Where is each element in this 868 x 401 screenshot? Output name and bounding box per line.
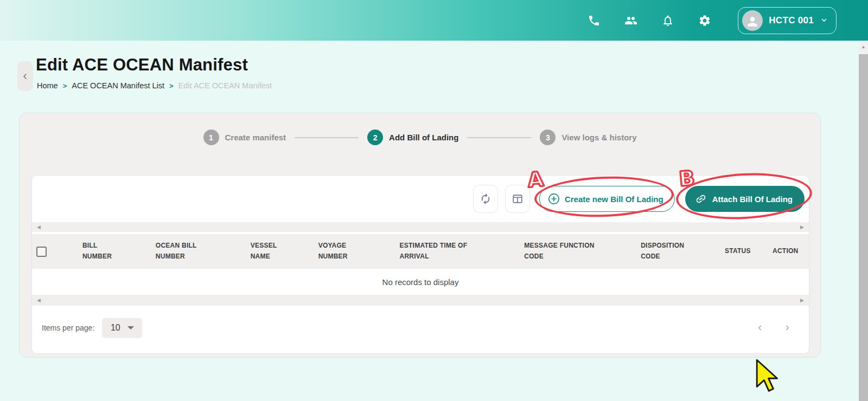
mouse-cursor (755, 359, 780, 397)
pagination-bar: Items per page: 10 (32, 306, 809, 353)
vertical-scrollbar[interactable]: ▲ (859, 41, 868, 401)
chevron-down-icon (820, 14, 828, 27)
caret-down-icon (127, 326, 134, 329)
table-header-row: BILL NUMBER OCEAN BILL NUMBER VESSEL NAM… (32, 234, 809, 269)
chevron-right-icon (783, 324, 792, 332)
column-header-message-function-code: MESSAGE FUNCTION CODE (506, 241, 623, 262)
column-header-status: STATUS (707, 246, 755, 257)
step-number: 2 (367, 130, 383, 145)
step-label: View logs & history (561, 133, 636, 142)
chevron-left-icon (21, 72, 30, 81)
breadcrumb-current: Edit ACE OCEAN Manifest (178, 81, 272, 90)
attach-button-label: Attach Bill Of Lading (712, 195, 793, 204)
breadcrumb: Home > ACE OCEAN Manifest List > Edit AC… (37, 81, 272, 90)
breadcrumb-home[interactable]: Home (37, 81, 58, 90)
link-icon (692, 191, 709, 208)
scroll-right-icon[interactable]: ▶ (800, 295, 804, 306)
columns-layout-button[interactable] (505, 185, 530, 213)
create-new-bill-of-lading-button[interactable]: Create new Bill Of Lading (539, 186, 675, 212)
table-hscrollbar-bottom[interactable]: ◀ ▶ (32, 295, 809, 306)
columns-icon (512, 193, 524, 205)
scroll-left-icon[interactable]: ◀ (37, 222, 41, 232)
column-header-voyage-number: VOYAGE NUMBER (301, 241, 382, 262)
refresh-icon (480, 193, 492, 205)
column-header-vessel-name: VESSEL NAME (233, 241, 301, 262)
scrollbar-thumb[interactable] (859, 54, 868, 401)
attach-bill-of-lading-button[interactable]: Attach Bill Of Lading (685, 186, 805, 212)
user-menu-button[interactable]: HCTC 001 (738, 7, 837, 34)
select-all-checkbox[interactable] (36, 247, 47, 257)
breadcrumb-separator: > (63, 82, 67, 90)
step-connector (467, 137, 531, 138)
breadcrumb-manifest-list[interactable]: ACE OCEAN Manifest List (72, 81, 164, 90)
avatar (742, 10, 763, 31)
no-records-message: No records to display (382, 277, 459, 287)
step-add-bill-of-lading[interactable]: 2 Add Bill of Lading (367, 130, 458, 145)
step-connector (295, 137, 359, 138)
next-page-button[interactable] (782, 322, 793, 333)
scrollbar-up-arrow[interactable]: ▲ (859, 41, 868, 53)
column-header-action: ACTION (755, 246, 809, 257)
bill-of-lading-panel: Create new Bill Of Lading Attach Bill Of… (31, 175, 809, 354)
stepper: 1 Create manifest 2 Add Bill of Lading 3… (20, 130, 820, 145)
step-label: Add Bill of Lading (389, 133, 458, 142)
step-view-logs-history[interactable]: 3 View logs & history (540, 130, 636, 145)
bell-icon[interactable] (661, 14, 675, 28)
table-hscrollbar-top[interactable]: ◀ ▶ (32, 222, 809, 232)
items-per-page-label: Items per page: (42, 324, 94, 332)
items-per-page-value: 10 (111, 323, 120, 333)
empty-table-row: No records to display (32, 269, 809, 295)
page-title: Edit ACE OCEAN Manifest (36, 55, 248, 75)
previous-page-button[interactable] (755, 322, 765, 333)
column-header-disposition-code: DISPOSITION CODE (623, 241, 707, 262)
scroll-left-icon[interactable]: ◀ (37, 295, 41, 306)
breadcrumb-separator: > (169, 82, 174, 90)
column-header-bill-number: BILL NUMBER (65, 241, 138, 262)
create-button-label: Create new Bill Of Lading (565, 195, 663, 204)
step-number: 3 (540, 130, 556, 145)
user-name: HCTC 001 (769, 15, 814, 26)
items-per-page-select[interactable]: 10 (102, 318, 142, 338)
phone-icon[interactable] (587, 14, 601, 28)
scroll-right-icon[interactable]: ▶ (800, 222, 804, 232)
gear-icon[interactable] (698, 14, 712, 28)
refresh-button[interactable] (473, 185, 498, 213)
table-toolbar: Create new Bill Of Lading Attach Bill Of… (32, 176, 809, 222)
column-header-ocean-bill-number: OCEAN BILL NUMBER (138, 241, 233, 262)
people-icon[interactable] (624, 14, 638, 28)
manifest-card: 1 Create manifest 2 Add Bill of Lading 3… (19, 113, 821, 358)
step-label: Create manifest (225, 133, 286, 142)
back-button[interactable] (17, 61, 33, 91)
plus-circle-icon (547, 192, 560, 205)
app-header: HCTC 001 (0, 0, 868, 41)
chevron-left-icon (756, 324, 764, 332)
step-create-manifest[interactable]: 1 Create manifest (203, 130, 286, 145)
step-number: 1 (203, 130, 219, 145)
column-header-estimated-time-of-arrival: ESTIMATED TIME OF ARRIVAL (382, 241, 507, 262)
